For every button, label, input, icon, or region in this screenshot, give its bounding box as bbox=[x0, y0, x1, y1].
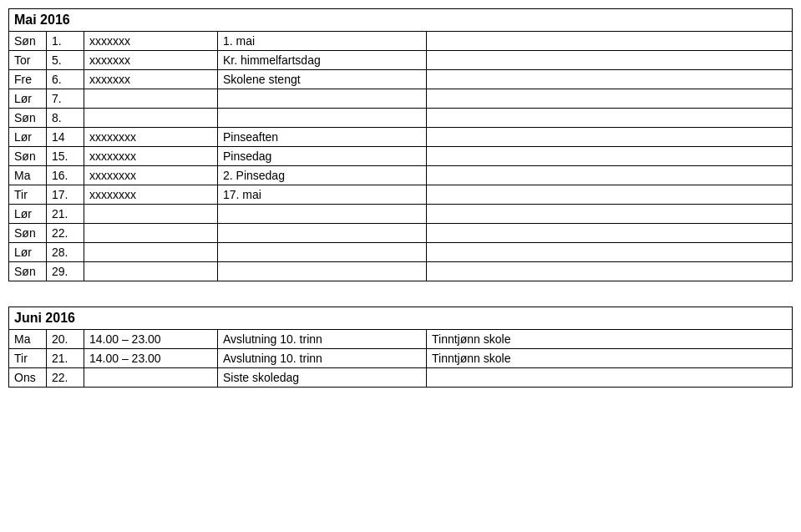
code-cell bbox=[84, 368, 218, 388]
event-cell bbox=[218, 243, 427, 262]
date-cell: 29. bbox=[47, 262, 84, 281]
date-cell: 7. bbox=[47, 89, 84, 109]
day-cell: Tor bbox=[9, 51, 47, 70]
day-cell: Søn bbox=[9, 109, 47, 128]
event-cell bbox=[218, 205, 427, 224]
table-row: Ma 20. 14.00 – 23.00 Avslutning 10. trin… bbox=[9, 330, 793, 349]
table-row: Søn 29. bbox=[9, 262, 793, 281]
day-cell: Tir bbox=[9, 185, 47, 205]
code-cell: xxxxxxx bbox=[84, 51, 218, 70]
date-cell: 28. bbox=[47, 243, 84, 262]
code-cell: xxxxxxxx bbox=[84, 147, 218, 166]
event-cell: Skolene stengt bbox=[218, 70, 427, 89]
extra-cell bbox=[427, 262, 793, 281]
code-cell: xxxxxxx bbox=[84, 70, 218, 89]
code-cell bbox=[84, 224, 218, 243]
date-cell: 20. bbox=[47, 330, 84, 349]
event-cell: 17. mai bbox=[218, 185, 427, 205]
date-cell: 8. bbox=[47, 109, 84, 128]
juni-section: Juni 2016 Ma 20. 14.00 – 23.00 Avslutnin… bbox=[8, 307, 793, 388]
date-cell: 16. bbox=[47, 166, 84, 185]
table-row: Tir 17. xxxxxxxx 17. mai bbox=[9, 185, 793, 205]
mai-table: Søn 1. xxxxxxx 1. mai Tor 5. xxxxxxx Kr.… bbox=[8, 31, 793, 281]
table-row: Tor 5. xxxxxxx Kr. himmelfartsdag bbox=[9, 51, 793, 70]
extra-cell bbox=[427, 128, 793, 147]
event-cell: Pinseaften bbox=[218, 128, 427, 147]
event-cell: Pinsedag bbox=[218, 147, 427, 166]
event-cell: Kr. himmelfartsdag bbox=[218, 51, 427, 70]
extra-cell bbox=[427, 166, 793, 185]
date-cell: 22. bbox=[47, 224, 84, 243]
extra-cell bbox=[427, 89, 793, 109]
code-cell: xxxxxxx bbox=[84, 32, 218, 51]
table-row: Lør 28. bbox=[9, 243, 793, 262]
code-cell bbox=[84, 89, 218, 109]
extra-cell bbox=[427, 205, 793, 224]
code-cell: xxxxxxxx bbox=[84, 128, 218, 147]
day-cell: Ma bbox=[9, 330, 47, 349]
table-row: Fre 6. xxxxxxx Skolene stengt bbox=[9, 70, 793, 89]
day-cell: Fre bbox=[9, 70, 47, 89]
code-cell: 14.00 – 23.00 bbox=[84, 330, 218, 349]
extra-cell bbox=[427, 368, 793, 388]
day-cell: Søn bbox=[9, 262, 47, 281]
table-row: Søn 15. xxxxxxxx Pinsedag bbox=[9, 147, 793, 166]
extra-cell bbox=[427, 185, 793, 205]
mai-section: Mai 2016 Søn 1. xxxxxxx 1. mai Tor 5. xx… bbox=[8, 8, 793, 281]
date-cell: 1. bbox=[47, 32, 84, 51]
extra-cell bbox=[427, 243, 793, 262]
date-cell: 21. bbox=[47, 349, 84, 368]
table-row: Lør 14 xxxxxxxx Pinseaften bbox=[9, 128, 793, 147]
day-cell: Lør bbox=[9, 89, 47, 109]
day-cell: Søn bbox=[9, 147, 47, 166]
code-cell bbox=[84, 262, 218, 281]
day-cell: Ma bbox=[9, 166, 47, 185]
code-cell: 14.00 – 23.00 bbox=[84, 349, 218, 368]
event-cell: 2. Pinsedag bbox=[218, 166, 427, 185]
table-row: Ons 22. Siste skoledag bbox=[9, 368, 793, 388]
event-cell bbox=[218, 109, 427, 128]
table-row: Søn 8. bbox=[9, 109, 793, 128]
date-cell: 5. bbox=[47, 51, 84, 70]
event-cell: 1. mai bbox=[218, 32, 427, 51]
juni-table: Ma 20. 14.00 – 23.00 Avslutning 10. trin… bbox=[8, 329, 793, 388]
day-cell: Tir bbox=[9, 349, 47, 368]
code-cell bbox=[84, 109, 218, 128]
code-cell bbox=[84, 205, 218, 224]
extra-cell bbox=[427, 51, 793, 70]
extra-cell bbox=[427, 32, 793, 51]
table-row: Lør 21. bbox=[9, 205, 793, 224]
date-cell: 21. bbox=[47, 205, 84, 224]
day-cell: Lør bbox=[9, 128, 47, 147]
extra-cell bbox=[427, 109, 793, 128]
day-cell: Lør bbox=[9, 205, 47, 224]
event-cell bbox=[218, 262, 427, 281]
table-row: Lør 7. bbox=[9, 89, 793, 109]
mai-title: Mai 2016 bbox=[8, 8, 793, 31]
date-cell: 17. bbox=[47, 185, 84, 205]
extra-cell bbox=[427, 70, 793, 89]
event-cell: Siste skoledag bbox=[218, 368, 427, 388]
day-cell: Søn bbox=[9, 224, 47, 243]
table-row: Tir 21. 14.00 – 23.00 Avslutning 10. tri… bbox=[9, 349, 793, 368]
event-cell: Avslutning 10. trinn bbox=[218, 330, 427, 349]
event-cell: Avslutning 10. trinn bbox=[218, 349, 427, 368]
table-row: Søn 1. xxxxxxx 1. mai bbox=[9, 32, 793, 51]
date-cell: 6. bbox=[47, 70, 84, 89]
date-cell: 15. bbox=[47, 147, 84, 166]
date-cell: 14 bbox=[47, 128, 84, 147]
extra-cell bbox=[427, 147, 793, 166]
juni-title: Juni 2016 bbox=[8, 307, 793, 329]
extra-cell: Tinntjønn skole bbox=[427, 330, 793, 349]
extra-cell: Tinntjønn skole bbox=[427, 349, 793, 368]
code-cell: xxxxxxxx bbox=[84, 166, 218, 185]
table-row: Søn 22. bbox=[9, 224, 793, 243]
event-cell bbox=[218, 89, 427, 109]
code-cell: xxxxxxxx bbox=[84, 185, 218, 205]
day-cell: Lør bbox=[9, 243, 47, 262]
date-cell: 22. bbox=[47, 368, 84, 388]
day-cell: Ons bbox=[9, 368, 47, 388]
day-cell: Søn bbox=[9, 32, 47, 51]
code-cell bbox=[84, 243, 218, 262]
event-cell bbox=[218, 224, 427, 243]
